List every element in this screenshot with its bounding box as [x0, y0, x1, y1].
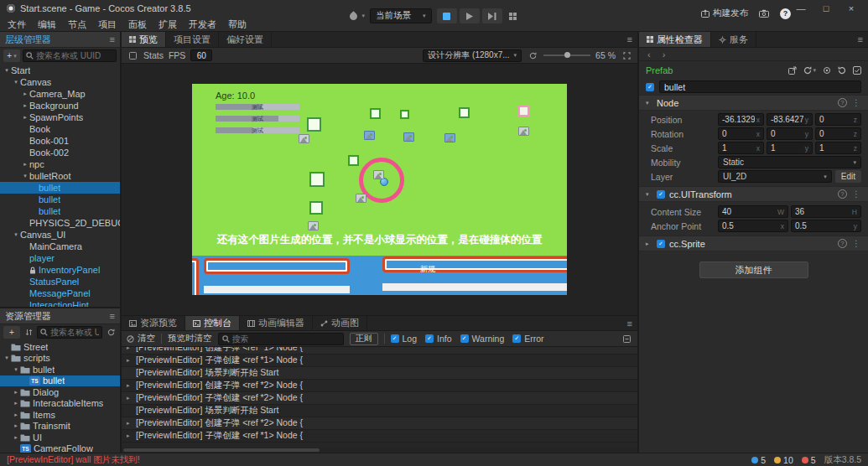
stop-button[interactable] — [437, 8, 457, 23]
expand-arrow-icon[interactable]: ▸ — [12, 422, 20, 429]
number-input[interactable]: -83.6427y — [767, 113, 813, 126]
component-enabled-checkbox[interactable]: ✓ — [657, 240, 665, 248]
layout-grid-icon[interactable] — [507, 10, 519, 22]
step-button[interactable] — [482, 8, 502, 23]
asset-item-Street[interactable]: Street — [0, 341, 120, 353]
hierarchy-node-bulletRoot[interactable]: ▾bulletRoot — [0, 170, 120, 182]
stats-label[interactable]: Stats — [143, 50, 164, 60]
tab-service[interactable]: 服务 — [711, 32, 756, 47]
asset-item-Trainsmit[interactable]: ▸Trainsmit — [0, 421, 120, 432]
clear-on-preview-toggle[interactable]: 预览时清空 — [168, 333, 212, 344]
device-icon[interactable] — [127, 49, 138, 61]
console-log-row[interactable]: [PreviewInEditor] 场景判断开始 Start — [122, 367, 637, 380]
menu-item-项目[interactable]: 项目 — [92, 18, 122, 31]
expand-arrow-icon[interactable]: ▸ — [127, 395, 136, 401]
asset-item-Dialog[interactable]: ▸Dialog — [0, 386, 120, 398]
hierarchy-search-input[interactable] — [36, 51, 113, 60]
mobility-select[interactable]: Static ▾ — [718, 156, 861, 168]
panel-menu-icon[interactable]: ≡ — [622, 34, 637, 44]
panel-menu-icon[interactable]: ≡ — [622, 318, 637, 329]
console-log-row[interactable]: ▸[PreviewInEditor] 创建子弹 <ref *2> Node { — [122, 380, 637, 392]
layer-edit-button[interactable]: Edit — [835, 170, 861, 183]
component-enabled-checkbox[interactable]: ✓ — [657, 190, 665, 199]
asset-item-UI[interactable]: ▸UI — [0, 432, 120, 443]
fps-input[interactable] — [190, 49, 212, 61]
add-component-button[interactable]: 添加组件 — [699, 261, 808, 278]
console-log-row[interactable]: ▸[PreviewInEditor] 创建子弹 <ref *1> Node { — [122, 347, 637, 355]
hierarchy-node-Book-002[interactable]: Book-002 — [0, 147, 120, 158]
number-input[interactable]: 1y — [767, 142, 813, 154]
menu-item-文件[interactable]: 文件 — [2, 18, 32, 31]
hierarchy-node-npc[interactable]: ▸npc — [0, 158, 120, 170]
fullscreen-icon[interactable] — [621, 49, 632, 61]
console-log-row[interactable]: ▸[PreviewInEditor] 子弹创建 <ref *1> Node { — [122, 355, 637, 367]
menu-item-节点[interactable]: 节点 — [62, 18, 92, 31]
hierarchy-node-SpawnPoints[interactable]: ▸SpawnPoints — [0, 111, 120, 123]
expand-arrow-icon[interactable]: ▸ — [21, 91, 29, 97]
console-collapse-icon[interactable] — [621, 333, 632, 344]
expand-arrow-icon[interactable]: ▸ — [12, 400, 20, 406]
hierarchy-node-MessagePanel[interactable]: MessagePanel — [0, 287, 120, 299]
node-active-checkbox[interactable]: ✓ — [646, 83, 654, 91]
asset-item-scripts[interactable]: ▾scripts — [0, 353, 120, 365]
hierarchy-node-player[interactable]: player — [0, 252, 120, 264]
hierarchy-node-bullet[interactable]: bullet — [0, 182, 120, 194]
expand-arrow-icon[interactable]: ▸ — [127, 347, 136, 351]
panel-menu-icon[interactable]: ≡ — [110, 311, 115, 321]
hierarchy-node-StatusPanel[interactable]: StatusPanel — [0, 276, 120, 287]
menu-item-开发者[interactable]: 开发者 — [183, 18, 222, 31]
asset-item-bullet[interactable]: ▾bullet — [0, 364, 120, 375]
console-search-input[interactable] — [232, 334, 340, 344]
node-section-header[interactable]: ▾ Node ? ⋮ — [639, 95, 868, 111]
game-canvas[interactable]: Age: 10.0 测试测试测试 还有这个图片生成的位置，并不是小球显示的位置，… — [192, 84, 567, 295]
tab-animation-graph[interactable]: 动画图 — [313, 316, 367, 330]
menu-item-帮助[interactable]: 帮助 — [222, 18, 252, 31]
console-log-row[interactable]: ▸[PreviewInEditor] 子弹创建 <ref *2> Node { — [122, 392, 637, 405]
console-log-row[interactable]: ▸[PreviewInEditor] 创建子弹 <ref *2> Node { — [122, 417, 637, 430]
more-options-icon[interactable]: ⋮ — [851, 239, 861, 248]
regex-toggle[interactable]: 正则 — [350, 333, 378, 345]
number-input[interactable]: 1x — [718, 142, 764, 154]
refresh-assets-icon[interactable] — [105, 327, 117, 339]
hierarchy-node-Background[interactable]: ▸Background — [0, 100, 120, 111]
menu-item-面板[interactable]: 面板 — [122, 18, 153, 31]
tab-asset-preview[interactable]: 资源预览 — [122, 316, 185, 330]
hierarchy-node-Start[interactable]: ▾Start — [0, 65, 120, 76]
preview-target-icon[interactable] — [348, 11, 359, 22]
asset-item-Items[interactable]: ▸Items — [0, 409, 120, 421]
sync-prefab-icon[interactable]: ▾ — [803, 66, 816, 75]
clear-console-button[interactable]: 清空 — [127, 333, 155, 344]
maximize-button[interactable]: □ — [816, 3, 836, 13]
number-input[interactable]: 0z — [815, 113, 861, 126]
zoom-slider[interactable] — [543, 54, 590, 56]
hierarchy-node-MainCamera[interactable]: MainCamera — [0, 241, 120, 252]
minimize-button[interactable]: — — [791, 3, 811, 13]
node-name-input[interactable]: bullet — [659, 80, 861, 93]
tab-preview[interactable]: 预览 — [122, 32, 166, 47]
revert-prefab-icon[interactable] — [838, 66, 846, 75]
anchor-y-input[interactable]: 0.5y — [791, 220, 861, 232]
menu-item-编辑[interactable]: 编辑 — [32, 18, 62, 31]
hierarchy-node-Canvas_UI[interactable]: ▾Canvas_UI — [0, 229, 120, 241]
history-back-button[interactable]: ‹ — [647, 49, 651, 60]
more-options-icon[interactable]: ⋮ — [851, 98, 861, 107]
status-badge-error[interactable]: 5 — [802, 455, 816, 465]
menu-item-扩展[interactable]: 扩展 — [153, 18, 183, 31]
expand-arrow-icon[interactable]: ▸ — [21, 102, 29, 109]
help-icon[interactable]: ? — [838, 189, 847, 199]
console-filter-info[interactable]: ✓Info — [425, 334, 452, 344]
scene-select[interactable]: 当前场景 ▾ — [370, 8, 432, 23]
zoom-slider-thumb[interactable] — [564, 52, 570, 58]
uitransform-section-header[interactable]: ▾ ✓ cc.UITransform ? ⋮ — [639, 186, 868, 202]
screenshot-camera-icon[interactable] — [758, 8, 770, 19]
rotate-device-icon[interactable] — [527, 49, 538, 61]
expand-arrow-icon[interactable]: ▸ — [21, 114, 29, 121]
expand-arrow-icon[interactable]: ▾ — [3, 67, 11, 74]
play-button[interactable] — [460, 8, 480, 23]
console-filter-warning[interactable]: ✓Warning — [460, 334, 505, 344]
console-log-row[interactable]: ▸[PreviewInEditor] 子弹创建 <ref *1> Node { — [122, 430, 637, 443]
expand-arrow-icon[interactable]: ▾ — [12, 366, 20, 373]
sort-assets-icon[interactable] — [23, 327, 34, 339]
tab-animation-editor[interactable]: 动画编辑器 — [240, 316, 313, 330]
game-viewport[interactable]: Age: 10.0 测试测试测试 还有这个图片生成的位置，并不是小球显示的位置，… — [122, 64, 637, 315]
